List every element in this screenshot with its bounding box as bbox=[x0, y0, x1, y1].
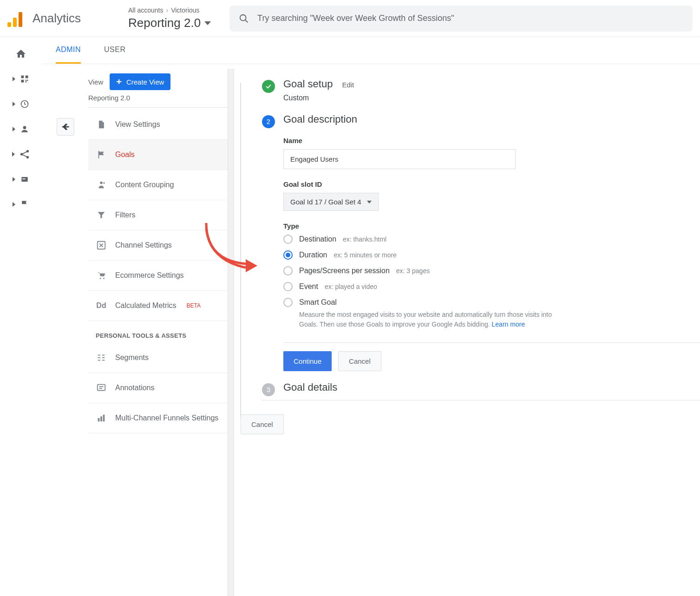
goal-panel: Goal setup Edit Custom 2 Goal descriptio… bbox=[234, 64, 700, 596]
radio-pages-hint: ex: 3 pages bbox=[396, 267, 430, 275]
create-view-button[interactable]: + Create View bbox=[110, 73, 170, 90]
nav-audience[interactable] bbox=[10, 123, 32, 136]
view-panel: View + Create View Reporting 2.0 View Se… bbox=[42, 64, 228, 596]
share-icon bbox=[20, 149, 30, 159]
caret-right-icon bbox=[13, 127, 15, 131]
radio-smart-label: Smart Goal bbox=[299, 298, 337, 307]
radio-pages[interactable] bbox=[283, 266, 293, 275]
step-goal-description: 2 Goal description Name Goal slot ID Goa… bbox=[262, 113, 700, 371]
funnel-icon bbox=[96, 210, 107, 221]
menu-channel-settings[interactable]: Channel Settings bbox=[88, 230, 228, 261]
nav-customization[interactable] bbox=[10, 72, 32, 85]
svg-rect-31 bbox=[98, 418, 100, 421]
continue-button[interactable]: Continue bbox=[283, 351, 332, 371]
radio-destination[interactable] bbox=[283, 235, 293, 244]
radio-event-hint: ex: played a video bbox=[325, 283, 377, 290]
tab-user[interactable]: USER bbox=[104, 37, 125, 64]
dashboard-icon bbox=[20, 74, 29, 84]
check-icon bbox=[265, 83, 272, 90]
radio-destination-label: Destination bbox=[299, 235, 336, 243]
view-subtitle: Reporting 2.0 bbox=[88, 94, 228, 108]
radio-duration[interactable] bbox=[283, 250, 293, 260]
svg-rect-4 bbox=[21, 80, 24, 83]
search-input[interactable]: Try searching "Week over Week Growth of … bbox=[229, 6, 693, 32]
step2-marker: 2 bbox=[262, 115, 275, 128]
radio-smart[interactable] bbox=[283, 298, 293, 307]
menu-goals[interactable]: Goals bbox=[88, 140, 228, 170]
scrollbar[interactable] bbox=[228, 69, 234, 596]
person-icon bbox=[20, 124, 29, 134]
bottom-cancel-button[interactable]: Cancel bbox=[241, 414, 284, 434]
radio-pages-label: Pages/Screens per session bbox=[299, 267, 390, 275]
account-selector[interactable]: All accounts › Victorious Reporting 2.0 bbox=[128, 7, 211, 30]
goal-slot-select[interactable]: Goal Id 17 / Goal Set 4 bbox=[283, 193, 379, 211]
segments-icon bbox=[96, 352, 107, 363]
breadcrumb-child: Victorious bbox=[171, 7, 199, 14]
channel-icon bbox=[96, 240, 107, 251]
tab-admin[interactable]: ADMIN bbox=[56, 37, 81, 64]
search-placeholder: Try searching "Week over Week Growth of … bbox=[257, 13, 454, 23]
radio-duration-hint: ex: 5 minutes or more bbox=[334, 251, 396, 259]
chevron-right-icon: › bbox=[166, 7, 168, 14]
svg-rect-5 bbox=[26, 80, 27, 81]
radio-event[interactable] bbox=[283, 282, 293, 291]
caret-down-icon bbox=[367, 201, 372, 203]
caret-right-icon bbox=[13, 77, 15, 81]
step-goal-details: 3 Goal details bbox=[262, 381, 700, 400]
svg-point-11 bbox=[27, 151, 29, 152]
svg-point-12 bbox=[27, 157, 29, 158]
smart-goal-description: Measure the most engaged visits to your … bbox=[299, 310, 569, 329]
menu-segments[interactable]: Segments bbox=[88, 343, 228, 373]
radio-destination-hint: ex: thanks.html bbox=[343, 236, 386, 243]
step1-edit[interactable]: Edit bbox=[342, 81, 354, 89]
breadcrumb: All accounts › Victorious bbox=[128, 7, 211, 14]
menu-filters[interactable]: Filters bbox=[88, 200, 228, 230]
menu-calculated-metrics[interactable]: Dd Calculated Metrics BETA bbox=[88, 291, 228, 321]
nav-behavior[interactable] bbox=[10, 173, 32, 186]
svg-rect-28 bbox=[98, 385, 105, 391]
svg-rect-16 bbox=[22, 178, 26, 179]
svg-rect-6 bbox=[27, 80, 28, 81]
svg-point-21 bbox=[103, 278, 105, 279]
dd-icon: Dd bbox=[96, 300, 107, 311]
goal-name-input[interactable] bbox=[283, 149, 516, 169]
svg-rect-3 bbox=[26, 76, 28, 79]
flag-icon bbox=[20, 200, 29, 209]
caret-right-icon bbox=[13, 177, 15, 182]
caret-right-icon bbox=[13, 102, 15, 106]
product-name: Analytics bbox=[33, 11, 81, 26]
menu-mcf-settings[interactable]: Multi-Channel Funnels Settings bbox=[88, 403, 228, 433]
learn-more-link[interactable]: Learn more bbox=[492, 321, 525, 328]
menu-view-settings[interactable]: View Settings bbox=[88, 110, 228, 140]
svg-rect-7 bbox=[26, 81, 27, 83]
svg-point-20 bbox=[100, 278, 101, 279]
caret-down-icon bbox=[204, 21, 211, 25]
personal-tools-header: PERSONAL TOOLS & ASSETS bbox=[88, 321, 228, 343]
view-label: View bbox=[88, 78, 103, 86]
menu-ecommerce-settings[interactable]: Ecommerce Settings bbox=[88, 261, 228, 291]
home-icon bbox=[15, 48, 26, 59]
menu-annotations[interactable]: Annotations bbox=[88, 373, 228, 403]
step-goal-setup: Goal setup Edit Custom bbox=[262, 78, 700, 102]
radio-event-label: Event bbox=[299, 282, 318, 291]
step1-marker bbox=[262, 80, 275, 93]
svg-marker-34 bbox=[246, 259, 257, 272]
type-radio-group: Destination ex: thanks.html Duration ex:… bbox=[283, 235, 700, 329]
nav-acquisition[interactable] bbox=[10, 148, 32, 161]
svg-point-9 bbox=[23, 126, 26, 129]
svg-rect-2 bbox=[21, 76, 24, 79]
menu-content-grouping[interactable]: Content Grouping bbox=[88, 170, 228, 200]
beta-badge: BETA bbox=[187, 302, 201, 309]
cancel-button[interactable]: Cancel bbox=[338, 351, 381, 371]
svg-line-14 bbox=[22, 155, 26, 157]
svg-point-10 bbox=[21, 153, 23, 155]
nav-home[interactable] bbox=[10, 47, 32, 60]
caret-right-icon bbox=[12, 152, 15, 157]
page-icon bbox=[20, 175, 29, 184]
logo-area: Analytics bbox=[7, 10, 119, 27]
icon-nav bbox=[0, 37, 42, 596]
nav-realtime[interactable] bbox=[10, 98, 32, 111]
flag-icon bbox=[96, 149, 107, 160]
nav-conversions[interactable] bbox=[10, 198, 32, 211]
step2-title: Goal description bbox=[283, 113, 700, 125]
